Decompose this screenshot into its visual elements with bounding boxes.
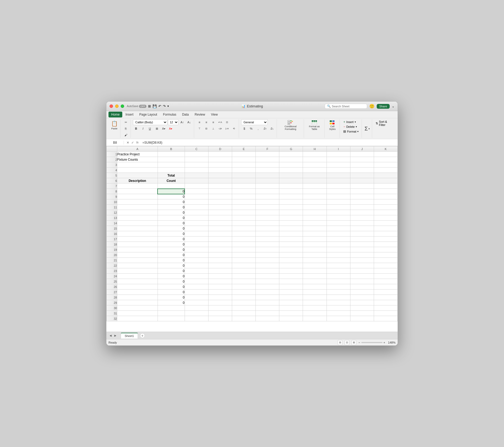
cell-A15[interactable] xyxy=(117,226,158,231)
cell-F8[interactable] xyxy=(256,189,279,194)
cell-B21[interactable]: 0 xyxy=(158,258,185,263)
cell-C12[interactable] xyxy=(185,210,208,215)
cell-G28[interactable] xyxy=(279,295,303,300)
cell-K13[interactable] xyxy=(374,215,397,221)
cell-B14[interactable]: 0 xyxy=(158,221,185,226)
cell-F22[interactable] xyxy=(256,263,279,268)
cell-K26[interactable] xyxy=(374,284,397,290)
cell-K23[interactable] xyxy=(374,268,397,274)
cell-B4[interactable] xyxy=(158,168,185,173)
row-header-28[interactable]: 28 xyxy=(107,295,117,300)
cell-D10[interactable] xyxy=(208,199,232,205)
cell-J24[interactable] xyxy=(350,274,374,279)
underline-button[interactable]: U xyxy=(147,126,153,132)
cell-A17[interactable] xyxy=(117,236,158,242)
cell-D19[interactable] xyxy=(208,247,232,252)
sheet1-tab[interactable]: Sheet1 xyxy=(121,333,138,339)
cell-F17[interactable] xyxy=(256,236,279,242)
cell-C10[interactable] xyxy=(185,199,208,205)
align-center-button[interactable]: ≡ xyxy=(203,119,210,125)
cell-J23[interactable] xyxy=(350,268,374,274)
cell-J22[interactable] xyxy=(350,263,374,268)
cell-A5[interactable] xyxy=(117,173,158,178)
cell-A29[interactable] xyxy=(117,300,158,305)
cell-J18[interactable] xyxy=(350,242,374,247)
cell-G17[interactable] xyxy=(279,236,303,242)
cell-K30[interactable] xyxy=(374,305,397,311)
cell-G31[interactable] xyxy=(279,311,303,316)
cell-B29[interactable]: 0 xyxy=(158,300,185,305)
cell-D26[interactable] xyxy=(208,284,232,290)
cell-I12[interactable] xyxy=(327,210,350,215)
cell-I5[interactable] xyxy=(327,173,350,178)
cell-G19[interactable] xyxy=(279,247,303,252)
cell-K4[interactable] xyxy=(374,168,397,173)
cell-A3[interactable] xyxy=(117,162,158,168)
cell-G24[interactable] xyxy=(279,274,303,279)
cell-C22[interactable] xyxy=(185,263,208,268)
cell-A32[interactable] xyxy=(117,316,158,321)
cell-E31[interactable] xyxy=(232,311,255,316)
row-header-29[interactable]: 29 xyxy=(107,300,117,305)
col-header-a[interactable]: A xyxy=(117,146,158,152)
percent-button[interactable]: % xyxy=(248,126,254,132)
row-header-16[interactable]: 16 xyxy=(107,231,117,236)
row-header-7[interactable]: 7 xyxy=(107,183,117,189)
cell-H32[interactable] xyxy=(303,316,327,321)
cell-A12[interactable] xyxy=(117,210,158,215)
cell-C20[interactable] xyxy=(185,252,208,258)
cell-J26[interactable] xyxy=(350,284,374,290)
cell-D22[interactable] xyxy=(208,263,232,268)
cell-E19[interactable] xyxy=(232,247,255,252)
cell-J10[interactable] xyxy=(350,199,374,205)
menu-home[interactable]: Home xyxy=(108,112,122,117)
cell-C31[interactable] xyxy=(185,311,208,316)
cell-H22[interactable] xyxy=(303,263,327,268)
cell-G14[interactable] xyxy=(279,221,303,226)
increase-decimal-button[interactable]: .0↑ xyxy=(262,126,268,132)
cell-J21[interactable] xyxy=(350,258,374,263)
cell-F18[interactable] xyxy=(256,242,279,247)
cell-G13[interactable] xyxy=(279,215,303,221)
insert-rows-button[interactable]: + Insert ▾ xyxy=(342,120,359,124)
cell-J16[interactable] xyxy=(350,231,374,236)
cell-H25[interactable] xyxy=(303,279,327,284)
cell-J17[interactable] xyxy=(350,236,374,242)
cell-D3[interactable] xyxy=(208,162,232,168)
cell-D31[interactable] xyxy=(208,311,232,316)
cell-F26[interactable] xyxy=(256,284,279,290)
cell-K28[interactable] xyxy=(374,295,397,300)
font-size-dropdown[interactable]: 12 xyxy=(168,119,179,125)
cell-F31[interactable] xyxy=(256,311,279,316)
cell-D30[interactable] xyxy=(208,305,232,311)
cell-B18[interactable]: 0 xyxy=(158,242,185,247)
col-header-g[interactable]: G xyxy=(279,146,303,152)
cell-D11[interactable] xyxy=(208,205,232,210)
row-header-13[interactable]: 13 xyxy=(107,215,117,221)
cell-K20[interactable] xyxy=(374,252,397,258)
row-header-19[interactable]: 19 xyxy=(107,247,117,252)
cell-I1[interactable] xyxy=(327,152,350,157)
cell-H1[interactable] xyxy=(303,152,327,157)
cell-reference-box[interactable]: B8 xyxy=(108,141,124,144)
cell-H14[interactable] xyxy=(303,221,327,226)
cell-C17[interactable] xyxy=(185,236,208,242)
cell-K17[interactable] xyxy=(374,236,397,242)
cell-D20[interactable] xyxy=(208,252,232,258)
cell-C26[interactable] xyxy=(185,284,208,290)
cell-I13[interactable] xyxy=(327,215,350,221)
cell-H28[interactable] xyxy=(303,295,327,300)
cell-C9[interactable] xyxy=(185,194,208,199)
cell-J4[interactable] xyxy=(350,168,374,173)
cell-I23[interactable] xyxy=(327,268,350,274)
cell-E6[interactable] xyxy=(232,178,255,183)
indent-increase-button[interactable]: ▷≡ xyxy=(224,126,230,132)
cell-J30[interactable] xyxy=(350,305,374,311)
cell-E18[interactable] xyxy=(232,242,255,247)
format-button[interactable]: ▤ Format ▾ xyxy=(342,129,359,133)
sum-group[interactable]: Σ ▾ xyxy=(362,119,372,138)
cell-D24[interactable] xyxy=(208,274,232,279)
cell-K2[interactable] xyxy=(374,157,397,162)
cell-K15[interactable] xyxy=(374,226,397,231)
normal-view-button[interactable]: ⊞ xyxy=(338,340,342,345)
